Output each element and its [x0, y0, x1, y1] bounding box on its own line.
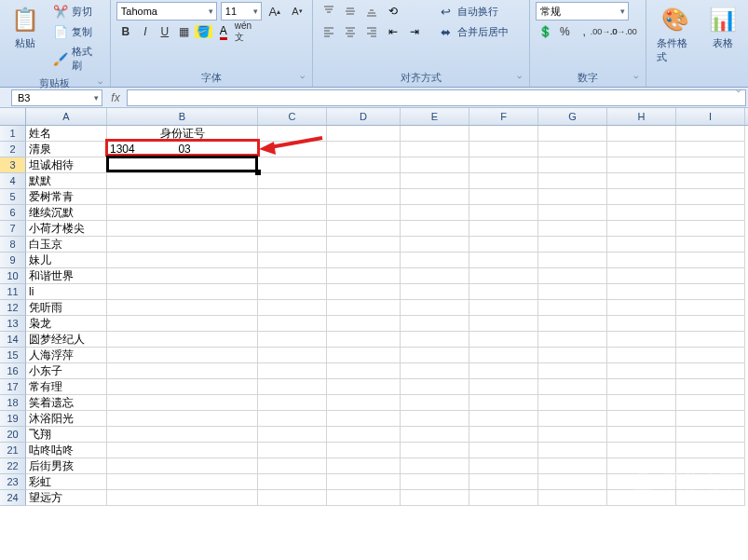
name-box[interactable]: B3 [11, 89, 102, 106]
cell[interactable] [676, 268, 745, 284]
align-right-button[interactable] [361, 22, 382, 41]
row-header[interactable]: 17 [0, 379, 26, 395]
cell[interactable] [401, 253, 469, 268]
cell[interactable] [401, 205, 469, 221]
cell[interactable]: 飞翔 [26, 427, 107, 443]
cell[interactable] [469, 237, 538, 253]
cell[interactable] [676, 237, 745, 253]
underline-button[interactable]: U [156, 22, 174, 41]
cell[interactable] [469, 363, 538, 379]
align-left-button[interactable] [319, 22, 339, 41]
cell[interactable] [107, 173, 258, 189]
row-header[interactable]: 4 [0, 173, 26, 189]
cell[interactable] [327, 379, 401, 395]
cell[interactable] [107, 221, 258, 237]
cell[interactable] [258, 490, 327, 506]
copy-button[interactable]: 📄复制 [48, 22, 104, 41]
cell[interactable] [258, 237, 327, 253]
cell[interactable] [538, 300, 607, 316]
cell[interactable] [107, 316, 258, 332]
cell[interactable] [107, 332, 258, 348]
cell[interactable] [327, 348, 401, 363]
row-header[interactable]: 14 [0, 332, 26, 348]
cell[interactable] [401, 268, 469, 284]
cell[interactable] [258, 316, 327, 332]
cell[interactable] [469, 348, 538, 363]
cell[interactable]: 清泉 [26, 142, 107, 157]
cell[interactable] [676, 316, 745, 332]
row-header[interactable]: 1 [0, 126, 26, 142]
row-header[interactable]: 9 [0, 253, 26, 268]
cell[interactable] [258, 458, 327, 474]
cell[interactable] [469, 205, 538, 221]
cell[interactable] [538, 395, 607, 411]
cell[interactable] [676, 173, 745, 189]
currency-button[interactable]: 💲 [536, 22, 554, 41]
cell[interactable] [469, 173, 538, 189]
cell[interactable] [327, 316, 401, 332]
cell[interactable] [607, 126, 676, 142]
cell[interactable] [401, 157, 469, 173]
cell[interactable] [676, 189, 745, 205]
col-header-C[interactable]: C [258, 108, 327, 125]
cell[interactable] [401, 284, 469, 300]
format-painter-button[interactable]: 🖌️格式刷 [48, 43, 104, 75]
fx-button[interactable]: fx [106, 89, 125, 107]
increase-font-button[interactable]: A▴ [265, 2, 284, 20]
cell[interactable] [538, 348, 607, 363]
cell[interactable] [327, 284, 401, 300]
cell[interactable] [258, 411, 327, 427]
select-all-corner[interactable] [0, 108, 26, 125]
cell[interactable] [107, 443, 258, 458]
cell[interactable] [676, 332, 745, 348]
cell[interactable] [107, 284, 258, 300]
cell[interactable] [469, 411, 538, 427]
row-header[interactable]: 2 [0, 142, 26, 157]
row-header[interactable]: 23 [0, 474, 26, 490]
font-name-combo[interactable]: Tahoma [116, 2, 217, 20]
cell[interactable] [676, 205, 745, 221]
wrap-text-button[interactable]: ↩自动换行 [434, 2, 513, 20]
cell[interactable] [107, 189, 258, 205]
cell[interactable] [538, 474, 607, 490]
cell[interactable] [327, 300, 401, 316]
cell[interactable] [258, 300, 327, 316]
cell[interactable]: 人海浮萍 [26, 348, 107, 363]
cell[interactable] [107, 379, 258, 395]
number-format-combo[interactable]: 常规 [536, 2, 629, 20]
cell[interactable] [401, 395, 469, 411]
cell[interactable] [401, 379, 469, 395]
cell[interactable] [676, 253, 745, 268]
cell[interactable] [401, 490, 469, 506]
cell[interactable] [607, 221, 676, 237]
cell[interactable] [469, 126, 538, 142]
cell[interactable] [676, 348, 745, 363]
cell[interactable] [469, 300, 538, 316]
decrease-decimal-button[interactable]: .0→.00 [614, 22, 632, 41]
cell[interactable] [107, 348, 258, 363]
cell[interactable] [327, 221, 401, 237]
col-header-B[interactable]: B [107, 108, 258, 125]
cell[interactable] [401, 443, 469, 458]
cell[interactable] [607, 443, 676, 458]
cell[interactable] [469, 443, 538, 458]
cell[interactable] [327, 205, 401, 221]
row-header[interactable]: 13 [0, 316, 26, 332]
cell[interactable] [327, 142, 401, 157]
cell[interactable] [607, 157, 676, 173]
cell[interactable] [327, 458, 401, 474]
cell[interactable] [607, 316, 676, 332]
cell[interactable] [401, 189, 469, 205]
cell[interactable] [469, 395, 538, 411]
table-styles-button[interactable]: 📊 表格 [703, 2, 742, 53]
cell[interactable] [327, 126, 401, 142]
cell[interactable] [401, 363, 469, 379]
cell[interactable] [607, 253, 676, 268]
cell[interactable]: 望远方 [26, 490, 107, 506]
cell[interactable] [469, 284, 538, 300]
col-header-I[interactable]: I [676, 108, 745, 125]
cell[interactable] [538, 490, 607, 506]
cell[interactable] [607, 268, 676, 284]
row-header[interactable]: 22 [0, 458, 26, 474]
cell[interactable] [258, 348, 327, 363]
